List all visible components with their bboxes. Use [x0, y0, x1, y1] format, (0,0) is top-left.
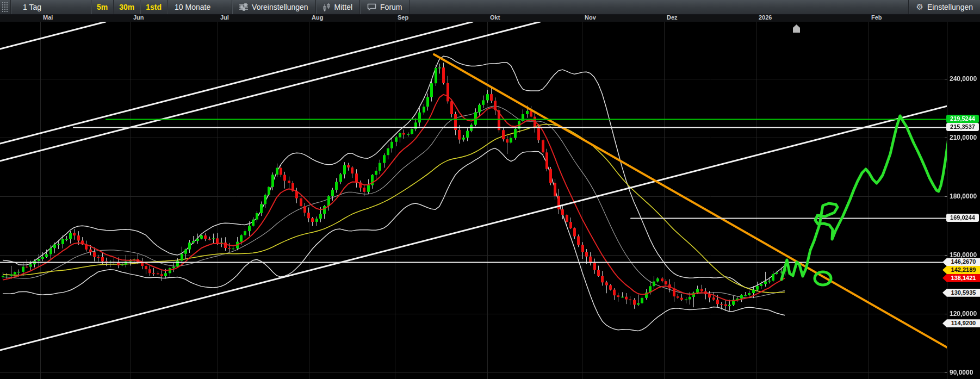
voreinstellungen-label: Voreinstellungen — [252, 3, 308, 11]
gear-icon: ⚙ — [916, 2, 923, 12]
y-axis-tickmark — [945, 314, 947, 314]
voreinstellungen-button[interactable]: Voreinstellungen — [232, 0, 316, 14]
timeframe-30m-label: 30m — [119, 3, 134, 11]
timeframe-1tag-label: 1 Tag — [23, 3, 41, 11]
toolbar: 1 Tag 5m 30m 1std 10 Monate Voreinstellu… — [0, 0, 980, 15]
month-label-2026: 2026 — [759, 14, 772, 21]
forum-label: Forum — [380, 3, 402, 11]
range-10-monate-label: 10 Monate — [175, 3, 210, 11]
month-label-dez: Dez — [667, 14, 678, 21]
price-badge-219-5244: 219,5244 — [946, 115, 979, 123]
mittel-button[interactable]: Mittel — [316, 0, 360, 14]
timeframe-1std-label: 1std — [146, 3, 162, 11]
price-badge-215-3537: 215,3537 — [946, 123, 979, 131]
einstellungen-label: Einstellungen — [927, 3, 973, 11]
y-axis-tick-label: 180,0000 — [950, 192, 977, 200]
price-badge-114-9200: 114,9200 — [942, 319, 980, 327]
y-axis-tickmark — [945, 79, 947, 79]
timeframe-5m-label: 5m — [97, 3, 108, 11]
y-axis-tickmark — [945, 255, 947, 256]
y-axis-tick-label: 150,0000 — [950, 251, 977, 259]
chart-canvas[interactable] — [0, 22, 947, 379]
range-10-monate-button[interactable]: 10 Monate — [168, 0, 232, 14]
timeframe-30m-button[interactable]: 30m — [114, 0, 140, 14]
month-label-jul: Jul — [220, 14, 229, 21]
y-axis-tick-label: 240,0000 — [950, 75, 977, 83]
einstellungen-button[interactable]: ⚙ Einstellungen — [908, 0, 980, 14]
speech-bubble-icon — [367, 3, 376, 11]
x-axis-month-row: MaiJunJulAugSepOktNovDez2026Feb — [0, 14, 980, 22]
month-label-jun: Jun — [133, 14, 144, 21]
month-label-aug: Aug — [312, 14, 323, 21]
month-label-okt: Okt — [490, 14, 500, 21]
month-label-mai: Mai — [43, 14, 53, 21]
y-axis-tickmark — [945, 196, 947, 197]
month-label-feb: Feb — [871, 14, 882, 21]
timeframe-5m-button[interactable]: 5m — [91, 0, 114, 14]
timeframe-1tag-button[interactable]: 1 Tag — [11, 0, 91, 14]
month-label-nov: Nov — [585, 14, 596, 21]
y-axis-tick-label: 120,0000 — [950, 310, 977, 318]
price-badge-146-2670: 146,2670 — [942, 258, 980, 266]
month-label-sep: Sep — [398, 14, 408, 21]
toolbar-drag-handle[interactable] — [0, 0, 11, 14]
price-badge-130-5935: 130,5935 — [942, 289, 980, 297]
mittel-label: Mittel — [334, 3, 352, 11]
y-axis-tickmark — [945, 372, 947, 373]
toolbar-spacer — [410, 0, 909, 14]
y-axis-tick-label: 210,0000 — [950, 134, 977, 141]
y-axis-tick-label: 90,0000 — [950, 369, 973, 376]
forum-button[interactable]: Forum — [360, 0, 410, 14]
price-badge-142-2189: 142,2189 — [942, 266, 980, 274]
timeframe-1std-button[interactable]: 1std — [140, 0, 168, 14]
price-badge-138-1421: 138,1421 — [942, 274, 980, 282]
sliders-icon — [239, 3, 248, 11]
price-badge-169-0244: 169,0244 — [946, 214, 979, 222]
y-axis-tickmark — [945, 138, 947, 138]
candlestick-icon — [323, 3, 331, 11]
